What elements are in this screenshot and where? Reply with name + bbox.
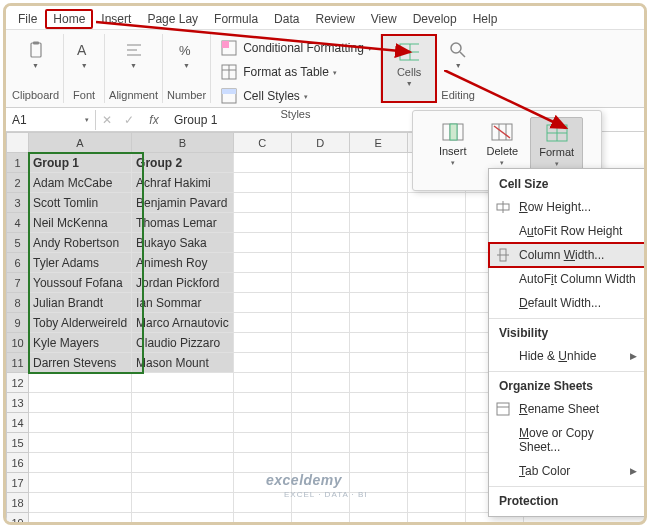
cell[interactable]: [233, 173, 291, 193]
cell[interactable]: [349, 313, 407, 333]
cell[interactable]: [233, 253, 291, 273]
cell[interactable]: [291, 413, 349, 433]
cell[interactable]: [233, 333, 291, 353]
cell[interactable]: [233, 453, 291, 473]
ctx-rename-sheet[interactable]: Rename Sheet: [489, 397, 647, 421]
cell[interactable]: [132, 393, 234, 413]
cell[interactable]: [291, 193, 349, 213]
cell[interactable]: [291, 293, 349, 313]
cell[interactable]: [233, 353, 291, 373]
cell[interactable]: [29, 373, 132, 393]
cell[interactable]: Kyle Mayers: [29, 333, 132, 353]
cell-styles-button[interactable]: Cell Styles ▾: [215, 84, 376, 108]
ctx-autofit-column-width[interactable]: AutoFit Column Width: [489, 267, 647, 291]
cell[interactable]: [407, 233, 465, 253]
cell[interactable]: [407, 393, 465, 413]
row-header[interactable]: 8: [7, 293, 29, 313]
cell[interactable]: Thomas Lemar: [132, 213, 234, 233]
cell[interactable]: [291, 373, 349, 393]
cell[interactable]: [407, 273, 465, 293]
cell[interactable]: [132, 453, 234, 473]
alignment-button[interactable]: ▼: [118, 36, 150, 73]
delete-cells-button[interactable]: Delete ▾: [478, 117, 526, 172]
row-header[interactable]: 2: [7, 173, 29, 193]
row-header[interactable]: 19: [7, 513, 29, 526]
cell[interactable]: [233, 393, 291, 413]
cell[interactable]: Neil McKenna: [29, 213, 132, 233]
cell[interactable]: [349, 393, 407, 413]
cell[interactable]: [407, 293, 465, 313]
cell[interactable]: [349, 353, 407, 373]
tab-formula[interactable]: Formula: [206, 9, 266, 29]
cell[interactable]: Julian Brandt: [29, 293, 132, 313]
cell[interactable]: [132, 493, 234, 513]
cell[interactable]: [291, 213, 349, 233]
cell[interactable]: Bukayo Saka: [132, 233, 234, 253]
cell[interactable]: [349, 373, 407, 393]
cell[interactable]: [349, 273, 407, 293]
cell[interactable]: [407, 213, 465, 233]
ctx-row-height[interactable]: Row Height...: [489, 195, 647, 219]
cell[interactable]: [407, 453, 465, 473]
cell[interactable]: Achraf Hakimi: [132, 173, 234, 193]
ctx-autofit-row-height[interactable]: AutoFit Row Height: [489, 219, 647, 243]
name-box[interactable]: A1 ▾: [6, 110, 96, 130]
cell[interactable]: [291, 173, 349, 193]
tab-data[interactable]: Data: [266, 9, 307, 29]
format-as-table-button[interactable]: Format as Table ▾: [215, 60, 376, 84]
cell[interactable]: [29, 513, 132, 526]
tab-home[interactable]: Home: [45, 9, 93, 29]
row-header[interactable]: 18: [7, 493, 29, 513]
cell[interactable]: [407, 253, 465, 273]
cell[interactable]: Jordan Pickford: [132, 273, 234, 293]
cell[interactable]: Andy Robertson: [29, 233, 132, 253]
column-header[interactable]: B: [132, 133, 234, 153]
clipboard-button[interactable]: ▼: [20, 36, 52, 73]
cell[interactable]: [407, 473, 465, 493]
cell[interactable]: [349, 253, 407, 273]
cell[interactable]: [349, 333, 407, 353]
cell[interactable]: [407, 513, 465, 526]
cell[interactable]: [29, 493, 132, 513]
column-header[interactable]: A: [29, 133, 132, 153]
tab-help[interactable]: Help: [465, 9, 506, 29]
tab-develop[interactable]: Develop: [405, 9, 465, 29]
cell[interactable]: [349, 173, 407, 193]
cell[interactable]: Youssouf Fofana: [29, 273, 132, 293]
cell[interactable]: [349, 513, 407, 526]
enter-formula-icon[interactable]: ✓: [118, 113, 140, 127]
row-header[interactable]: 1: [7, 153, 29, 173]
cell[interactable]: [29, 393, 132, 413]
cell[interactable]: Darren Stevens: [29, 353, 132, 373]
tab-insert[interactable]: Insert: [93, 9, 139, 29]
cell[interactable]: [233, 373, 291, 393]
cell[interactable]: Mason Mount: [132, 353, 234, 373]
row-header[interactable]: 7: [7, 273, 29, 293]
cell[interactable]: [407, 333, 465, 353]
cell[interactable]: [233, 153, 291, 173]
cell[interactable]: Ian Sommar: [132, 293, 234, 313]
row-header[interactable]: 9: [7, 313, 29, 333]
cell[interactable]: [291, 453, 349, 473]
row-header[interactable]: 13: [7, 393, 29, 413]
row-header[interactable]: 5: [7, 233, 29, 253]
tab-page-layout[interactable]: Page Lay: [139, 9, 206, 29]
cell[interactable]: [349, 233, 407, 253]
cell[interactable]: [233, 213, 291, 233]
row-header[interactable]: 3: [7, 193, 29, 213]
cell[interactable]: [132, 433, 234, 453]
tab-review[interactable]: Review: [307, 9, 362, 29]
cell[interactable]: Claudio Pizzaro: [132, 333, 234, 353]
cell[interactable]: [132, 473, 234, 493]
cell[interactable]: [407, 493, 465, 513]
font-button[interactable]: A ▼: [68, 36, 100, 73]
cell[interactable]: [233, 413, 291, 433]
ctx-tab-color[interactable]: Tab Color ▶: [489, 459, 647, 483]
cell[interactable]: [233, 293, 291, 313]
cell[interactable]: [291, 513, 349, 526]
cell[interactable]: [233, 493, 291, 513]
cell[interactable]: [29, 473, 132, 493]
column-header[interactable]: D: [291, 133, 349, 153]
row-header[interactable]: 15: [7, 433, 29, 453]
cell[interactable]: [233, 193, 291, 213]
